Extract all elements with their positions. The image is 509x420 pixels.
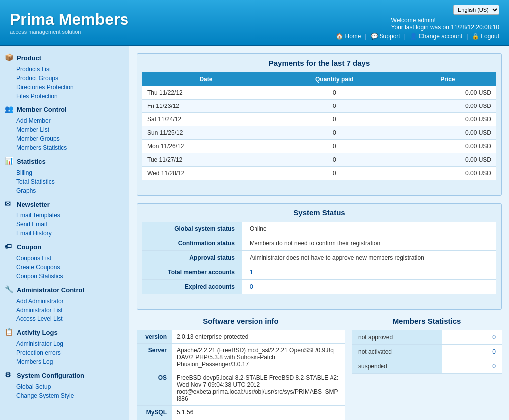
payments-row: Mon 11/26/12 0 0.00 USD [142,140,496,153]
sidebar-header-system-config[interactable]: ⚙ System Configuration [0,368,129,382]
sidebar-item-files-protection[interactable]: Files Protection [14,92,129,101]
members-stats-value[interactable]: 0 [442,330,502,345]
members-stats-section: Members Statistics not approved 0 not ac… [352,317,502,420]
software-info-row: Server Apache/2.2.21 (FreeBSD) mod_ssl/2… [137,344,345,371]
welcome-text: Welcome admin! Your last login was on 11… [391,17,499,31]
status-value: Administrator does not have to approve n… [242,251,496,265]
members-stats-link[interactable]: 0 [492,334,496,341]
admin-control-icon: 🔧 [5,285,14,294]
payment-price: 0.00 USD [399,153,496,167]
status-value[interactable]: 0 [242,280,496,294]
payments-row: Fri 11/23/12 0 0.00 USD [142,100,496,113]
payment-price: 0.00 USD [399,113,496,126]
sidebar-section-label-system-config: System Configuration [17,372,84,379]
members-stats-link[interactable]: 0 [492,348,496,355]
system-status-title: System Status [142,209,496,217]
sidebar-section-label-activity-logs: Activity Logs [17,329,58,336]
members-stats-value[interactable]: 0 [442,359,502,374]
payment-date: Tue 11/27/12 [142,153,269,167]
sidebar-items-statistics: Billing Total Statistics Graphs [0,168,129,195]
sidebar-item-members-statistics[interactable]: Members Statistics [14,143,129,152]
sidebar-header-activity-logs[interactable]: 📋 Activity Logs [0,325,129,339]
software-info-value: Apache/2.2.21 (FreeBSD) mod_ssl/2.2.21 O… [172,344,345,371]
sidebar-item-administrator-list[interactable]: Administrator List [14,306,129,315]
main-layout: 📦 Product Products List Product Groups D… [0,46,509,420]
product-icon: 📦 [5,53,14,62]
sidebar-item-total-statistics[interactable]: Total Statistics [14,177,129,186]
members-stats-value[interactable]: 0 [442,345,502,359]
sidebar-item-billing[interactable]: Billing [14,168,129,177]
payments-row: Sat 11/24/12 0 0.00 USD [142,113,496,126]
sidebar-section-label-coupon: Coupon [17,243,41,251]
welcome-line2: Your last login was on 11/28/12 20:08:10 [391,24,499,31]
sidebar-item-create-coupons[interactable]: Create Coupons [14,263,129,272]
software-info-label: MySQL [137,406,172,419]
system-config-icon: ⚙ [5,371,14,380]
payments-title: Payments for the last 7 days [142,59,496,67]
payment-quantity: 0 [269,113,399,126]
sidebar-items-member-control: Add Member Member List Member Groups Mem… [0,116,129,152]
sidebar-item-coupons-list[interactable]: Coupons List [14,254,129,263]
sidebar-item-email-history[interactable]: Email History [14,229,129,238]
payment-price: 0.00 USD [399,86,496,100]
sidebar-items-system-config: Global Setup Change System Style [0,382,129,400]
sidebar-item-change-system-style[interactable]: Change System Style [14,391,129,400]
sidebar-item-administrator-log[interactable]: Administrator Log [14,339,129,348]
change-account-link[interactable]: 👤 Change account [410,33,462,40]
sidebar-header-statistics[interactable]: 📊 Statistics [0,154,129,168]
coupon-icon: 🏷 [5,242,14,251]
sidebar-item-member-list[interactable]: Member List [14,125,129,134]
payment-quantity: 0 [269,140,399,153]
sidebar-section-label-product: Product [17,54,41,62]
sidebar-header-newsletter[interactable]: ✉ Newsletter [0,197,129,211]
status-row: Total member accounts 1 [142,265,496,280]
payment-quantity: 0 [269,167,399,180]
sidebar-header-coupon[interactable]: 🏷 Coupon [0,240,129,254]
language-selector[interactable]: English (US) [453,5,499,15]
sidebar-header-admin-control[interactable]: 🔧 Administrator Control [0,283,129,297]
system-status-table: Global system status Online Confirmation… [142,222,496,294]
member-control-icon: 👥 [5,105,14,114]
sidebar-item-protection-errors[interactable]: Protection errors [14,348,129,357]
sidebar-items-newsletter: Email Templates Send Email Email History [0,211,129,238]
sidebar-item-send-email[interactable]: Send Email [14,220,129,229]
payments-col-price: Price [399,72,496,86]
sidebar-item-coupon-statistics[interactable]: Coupon Statistics [14,272,129,281]
payment-date: Fri 11/23/12 [142,100,269,113]
sidebar-item-graphs[interactable]: Graphs [14,186,129,195]
status-row: Confirmation status Members do not need … [142,236,496,251]
status-label: Global system status [142,222,242,236]
payment-price: 0.00 USD [399,100,496,113]
sidebar-item-add-member[interactable]: Add Member [14,116,129,125]
sidebar-section-activity-logs: 📋 Activity Logs Administrator Log Protec… [0,325,129,366]
sidebar-item-members-log[interactable]: Members Log [14,357,129,366]
members-stats-link[interactable]: 0 [492,363,496,370]
members-stats-label: suspended [352,359,442,374]
sidebar-item-access-level-list[interactable]: Access Level List [14,315,129,323]
sidebar-item-email-templates[interactable]: Email Templates [14,211,129,220]
sidebar-item-member-groups[interactable]: Member Groups [14,134,129,143]
status-link[interactable]: 0 [250,283,253,290]
support-link[interactable]: 💬 Support [371,33,400,40]
sidebar-item-global-setup[interactable]: Global Setup [14,382,129,391]
logout-link[interactable]: 🔒 Logout [472,33,499,40]
status-value[interactable]: 1 [242,265,496,280]
sidebar-header-product[interactable]: 📦 Product [0,51,129,65]
newsletter-icon: ✉ [5,200,14,209]
sidebar-item-products-list[interactable]: Products List [14,65,129,74]
members-stats-label: not activated [352,345,442,359]
status-link[interactable]: 1 [250,269,253,276]
sidebar-item-add-administrator[interactable]: Add Administrator [14,297,129,306]
sidebar-item-product-groups[interactable]: Product Groups [14,74,129,83]
sidebar-section-product: 📦 Product Products List Product Groups D… [0,51,129,101]
software-info-row: version 2.0.13 enterprise protected [137,330,345,344]
members-stats-row: suspended 0 [352,359,502,374]
members-stats-row: not approved 0 [352,330,502,345]
home-link[interactable]: 🏠 Home [336,33,361,40]
payment-date: Thu 11/22/12 [142,86,269,100]
sidebar-section-newsletter: ✉ Newsletter Email Templates Send Email … [0,197,129,238]
sidebar-header-member-control[interactable]: 👥 Member Control [0,103,129,116]
sidebar-item-directories-protection[interactable]: Directories Protection [14,83,129,92]
sidebar-section-label-newsletter: Newsletter [17,201,50,208]
payment-quantity: 0 [269,153,399,167]
